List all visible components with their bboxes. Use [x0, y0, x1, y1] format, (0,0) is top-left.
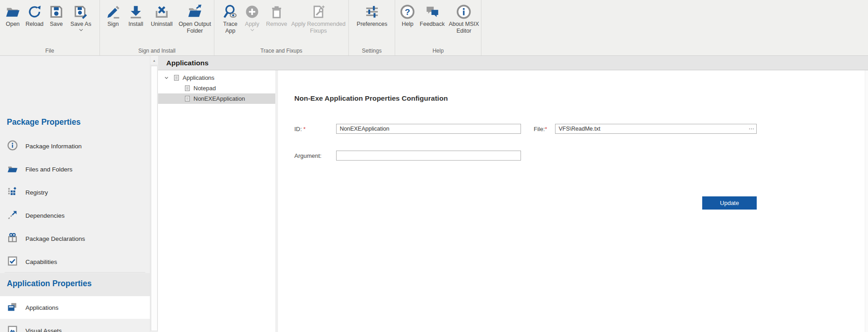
tree-item-notepad[interactable]: Notepad — [158, 83, 275, 93]
toolbar-button-label: Install — [129, 21, 144, 28]
save-button[interactable]: Save — [46, 3, 67, 28]
toolbar-button-label: About MSIX Editor — [446, 21, 481, 34]
fixups-wrench-icon — [311, 3, 326, 20]
tree-item-nonexeapplication[interactable]: NonEXEApplication — [158, 93, 275, 104]
open-output-folder-button[interactable]: Open Output Folder — [176, 3, 214, 34]
toolbar-button-label: Feedback — [420, 21, 445, 28]
sidebar-item-label: Visual Assets — [25, 327, 62, 332]
sidebar-section-heading: Package Properties — [7, 117, 80, 127]
file-input[interactable] — [555, 124, 757, 134]
sidebar-item-visual-assets[interactable]: Visual Assets — [0, 319, 150, 332]
ribbon-group-label: File — [0, 48, 99, 54]
help-button[interactable]: ? Help — [397, 3, 418, 28]
sidebar-item-label: Registry — [25, 189, 48, 196]
remove-button[interactable]: Remove — [263, 3, 290, 28]
navigation-sidebar: Package Properties Package Information F… — [0, 56, 150, 332]
chevron-down-icon[interactable] — [164, 75, 169, 81]
ribbon-group-trace-fixups: Trace App Apply Remove Apply Recommended… — [214, 0, 349, 55]
ribbon-group-label: Sign and Install — [100, 48, 214, 54]
applications-tree: Applications Notepad NonEXEApplication — [158, 70, 275, 332]
sidebar-item-label: Package Declarations — [25, 235, 85, 242]
sign-pencil-icon — [105, 3, 121, 20]
trace-app-icon — [223, 3, 238, 20]
ribbon-group-help: ? Help Feedback About MSIX Editor Help — [395, 0, 481, 55]
scrollbar-up-arrow-icon[interactable]: ▲ — [150, 56, 158, 65]
folder-icon — [7, 163, 18, 176]
chevron-down-icon — [250, 29, 254, 31]
browse-ellipsis-button[interactable]: ⋯ — [747, 124, 756, 134]
apply-plus-icon — [244, 3, 260, 20]
registry-blocks-icon — [7, 186, 18, 199]
document-icon — [184, 85, 191, 92]
apply-button[interactable]: Apply — [241, 3, 263, 31]
id-input[interactable] — [336, 124, 521, 134]
toolbar-button-label: Apply — [245, 21, 259, 28]
sidebar-item-files-and-folders[interactable]: Files and Folders — [0, 158, 150, 181]
required-asterisk: * — [545, 126, 547, 132]
toolbar-button-label: Uninstall — [151, 21, 173, 28]
label-text: File: — [534, 126, 545, 132]
toolbar-button-label: Remove — [266, 21, 288, 28]
document-icon — [184, 95, 191, 102]
id-field-label: ID:* — [294, 126, 306, 132]
sidebar-scrollbar[interactable]: ▲ — [150, 56, 158, 332]
toolbar-button-label: Save As — [70, 21, 91, 28]
page-title: Applications — [158, 56, 868, 70]
install-button[interactable]: Install — [124, 3, 148, 28]
label-text: Argument: — [294, 152, 322, 159]
about-info-icon — [456, 3, 471, 20]
sidebar-item-label: Dependencies — [25, 212, 64, 219]
label-text: ID: — [294, 126, 302, 132]
sidebar-item-dependencies[interactable]: Dependencies — [0, 204, 150, 227]
ribbon-group-label: Settings — [349, 48, 395, 54]
ribbon-toolbar: Open Reload Save Save As File — [0, 0, 868, 56]
save-as-button[interactable]: Save As — [67, 3, 95, 31]
gift-box-icon — [7, 232, 18, 245]
panel-heading: Non-Exe Application Properties Configura… — [294, 94, 448, 103]
msix-editor-window: Open Reload Save Save As File — [0, 0, 868, 332]
remove-trash-icon — [269, 3, 284, 20]
toolbar-button-label: Preferences — [357, 21, 387, 28]
install-arrow-icon — [128, 3, 144, 20]
sidebar-item-package-declarations[interactable]: Package Declarations — [0, 227, 150, 250]
toolbar-button-label: Trace App — [220, 21, 241, 34]
toolbar-button-label: Apply Recommended Fixups — [290, 21, 347, 34]
about-msix-editor-button[interactable]: About MSIX Editor — [446, 3, 481, 34]
checkbox-icon — [7, 255, 18, 269]
sign-button[interactable]: Sign — [102, 3, 124, 28]
reload-icon — [27, 3, 42, 20]
sidebar-item-registry[interactable]: Registry — [0, 181, 150, 204]
save-icon — [49, 3, 64, 20]
app-windows-icon — [7, 301, 18, 314]
scrollbar-thumb[interactable] — [151, 66, 158, 331]
ribbon-group-sign-install: Sign Install Uninstall Open Output Folde… — [100, 0, 214, 55]
open-folder-icon — [5, 3, 20, 20]
preferences-button[interactable]: Preferences — [351, 3, 393, 28]
feedback-chat-icon — [425, 3, 440, 20]
reload-button[interactable]: Reload — [23, 3, 46, 28]
trace-app-button[interactable]: Trace App — [220, 3, 241, 34]
tree-item-label: NonEXEApplication — [193, 95, 245, 102]
sidebar-item-capabilities[interactable]: Capabilities — [0, 250, 150, 273]
open-button[interactable]: Open — [2, 3, 23, 28]
update-button[interactable]: Update — [702, 196, 757, 210]
preferences-sliders-icon — [364, 3, 380, 20]
required-asterisk: * — [303, 126, 306, 132]
toolbar-button-label: Sign — [107, 21, 119, 28]
svg-text:?: ? — [405, 7, 410, 16]
tree-item-applications-root[interactable]: Applications — [158, 73, 275, 83]
toolbar-button-label: Save — [50, 21, 63, 28]
sidebar-item-label: Package Information — [25, 143, 82, 150]
panel-scrollbar[interactable] — [865, 70, 868, 332]
uninstall-button[interactable]: Uninstall — [148, 3, 176, 28]
apply-recommended-fixups-button[interactable]: Apply Recommended Fixups — [290, 3, 347, 34]
info-circle-icon — [7, 140, 18, 153]
sidebar-item-package-information[interactable]: Package Information — [0, 135, 150, 157]
argument-input[interactable] — [336, 151, 521, 161]
sidebar-item-applications[interactable]: Applications — [0, 296, 150, 319]
image-icon — [7, 324, 18, 332]
tree-item-label: Notepad — [193, 85, 216, 92]
toolbar-button-label: Open — [6, 21, 20, 28]
feedback-button[interactable]: Feedback — [418, 3, 447, 28]
sidebar-item-label: Files and Folders — [25, 166, 73, 173]
